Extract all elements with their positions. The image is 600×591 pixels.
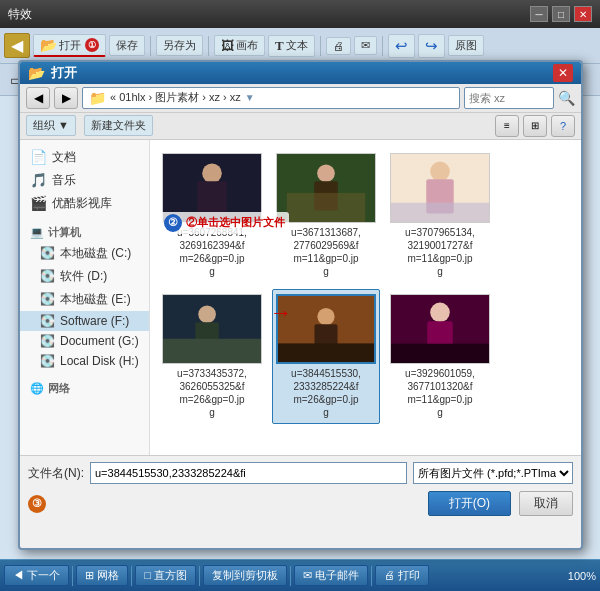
sidebar-item-youku[interactable]: 🎬 优酷影视库 bbox=[20, 192, 149, 215]
svg-point-5 bbox=[317, 164, 335, 182]
redo-button[interactable]: ↪ bbox=[418, 34, 445, 58]
taskbar-sep4 bbox=[290, 566, 291, 586]
save-button[interactable]: 保存 bbox=[109, 35, 145, 56]
print-button[interactable]: 🖨 bbox=[326, 37, 351, 55]
close-button[interactable]: ✕ bbox=[574, 6, 592, 22]
zoom-label: 100% bbox=[568, 570, 596, 582]
view-grid-button[interactable]: ⊞ bbox=[523, 115, 547, 137]
dialog-title-text: 📂 打开 bbox=[28, 64, 77, 82]
nav-forward-button[interactable]: ▶ bbox=[54, 87, 78, 109]
disk-c-icon: 💽 bbox=[40, 246, 55, 260]
sidebar-label: 软件 (D:) bbox=[60, 268, 107, 285]
new-folder-button[interactable]: 新建文件夹 bbox=[84, 115, 153, 136]
open-button[interactable]: 📂 打开 ① bbox=[33, 34, 106, 57]
sidebar-item-h[interactable]: 💽 Local Disk (H:) bbox=[20, 351, 149, 371]
photo-svg-6 bbox=[391, 294, 489, 364]
dialog-close-button[interactable]: ✕ bbox=[553, 64, 573, 82]
filename-input[interactable] bbox=[90, 462, 407, 484]
dialog-title-bar: 📂 打开 ✕ bbox=[20, 62, 581, 84]
network-group: 🌐 网络 bbox=[20, 377, 149, 398]
photo-svg-5 bbox=[278, 294, 374, 364]
taskbar: ◀ 下一个 ⊞ 网格 □ 直方图 复制到剪切板 ✉ 电子邮件 🖨 打印 100% bbox=[0, 559, 600, 591]
file-item-6[interactable]: u=3929601059,3677101320&fm=11&gp=0.jpg bbox=[386, 289, 494, 424]
dialog-body: 📄 文档 🎵 音乐 🎬 优酷影视库 💻 计算机 bbox=[20, 140, 581, 455]
undo-button[interactable]: ↩ bbox=[388, 34, 415, 58]
open-badge: ① bbox=[85, 38, 99, 52]
taskbar-sep2 bbox=[131, 566, 132, 586]
disk-d-icon: 💽 bbox=[40, 269, 55, 283]
taskbar-histogram-button[interactable]: □ 直方图 bbox=[135, 565, 196, 586]
sidebar-item-e[interactable]: 💽 本地磁盘 (E:) bbox=[20, 288, 149, 311]
file-item-4[interactable]: u=3733435372,3626055325&fm=26&gp=0.jpg bbox=[158, 289, 266, 424]
disk-e-icon: 💽 bbox=[40, 292, 55, 306]
file-item-5[interactable]: u=3844515530,2333285224&fm=26&gp=0.jpg bbox=[272, 289, 380, 424]
taskbar-email-button[interactable]: ✉ 电子邮件 bbox=[294, 565, 368, 586]
svg-rect-25 bbox=[391, 343, 489, 363]
taskbar-copy-button[interactable]: 复制到剪切板 bbox=[203, 565, 287, 586]
address-dropdown-icon[interactable]: ▼ bbox=[245, 92, 255, 103]
taskbar-sep5 bbox=[371, 566, 372, 586]
cancel-button[interactable]: 取消 bbox=[519, 491, 573, 516]
title-bar-left: 特效 bbox=[8, 6, 32, 23]
file-thumb-6 bbox=[390, 294, 490, 364]
sidebar-label: Local Disk (H:) bbox=[60, 354, 139, 368]
app-window: 特效 ─ □ ✕ ◀ 📂 打开 ① 保存 另存为 🖼 画布 T 文本 bbox=[0, 0, 600, 591]
sidebar-item-label: 优酷影视库 bbox=[52, 195, 112, 212]
original-button[interactable]: 原图 bbox=[448, 35, 484, 56]
svg-rect-11 bbox=[391, 202, 489, 222]
view-list-button[interactable]: ≡ bbox=[495, 115, 519, 137]
title-bar-controls: ─ □ ✕ bbox=[530, 6, 592, 22]
taskbar-grid-button[interactable]: ⊞ 网格 bbox=[76, 565, 128, 586]
taskbar-sep3 bbox=[199, 566, 200, 586]
nav-back-button[interactable]: ◀ bbox=[26, 87, 50, 109]
dialog-footer: 文件名(N): 所有图片文件 (*.pfd;*.PTImag... ③ 打开(O… bbox=[20, 455, 581, 522]
minimize-button[interactable]: ─ bbox=[530, 6, 548, 22]
svg-rect-15 bbox=[163, 338, 261, 363]
sidebar-item-music[interactable]: 🎵 音乐 bbox=[20, 169, 149, 192]
svg-point-13 bbox=[198, 305, 216, 323]
photo-svg-3 bbox=[391, 153, 489, 223]
draw-button[interactable]: 🖼 画布 bbox=[214, 35, 265, 56]
taskbar-prev-button[interactable]: ◀ 下一个 bbox=[4, 565, 69, 586]
svg-rect-7 bbox=[287, 192, 365, 221]
step3-area: ③ bbox=[28, 491, 46, 516]
sidebar-item-c[interactable]: 💽 本地磁盘 (C:) bbox=[20, 242, 149, 265]
disk-h-icon: 💽 bbox=[40, 354, 55, 368]
open-button[interactable]: 打开(O) bbox=[428, 491, 511, 516]
back-button[interactable]: ◀ bbox=[4, 33, 30, 58]
sidebar-item-f[interactable]: 💽 Software (F:) bbox=[20, 311, 149, 331]
taskbar-sep1 bbox=[72, 566, 73, 586]
photo-svg-4 bbox=[163, 294, 261, 364]
saveas-button[interactable]: 另存为 bbox=[156, 35, 203, 56]
address-bar[interactable]: 📁 « 01hlx › 图片素材 › xz › xz ▼ bbox=[82, 87, 460, 109]
sidebar-item-d[interactable]: 💽 软件 (D:) bbox=[20, 265, 149, 288]
search-input[interactable] bbox=[464, 87, 554, 109]
svg-point-23 bbox=[430, 302, 450, 322]
photo-svg-2 bbox=[277, 153, 375, 223]
toolbar-sep3 bbox=[320, 36, 321, 56]
taskbar-print-button[interactable]: 🖨 打印 bbox=[375, 565, 429, 586]
filetype-select[interactable]: 所有图片文件 (*.pfd;*.PTImag... bbox=[413, 462, 573, 484]
svg-point-1 bbox=[202, 163, 222, 183]
maximize-button[interactable]: □ bbox=[552, 6, 570, 22]
title-bar: 特效 ─ □ ✕ bbox=[0, 0, 600, 28]
dialog-toolbar: ◀ ▶ 📁 « 01hlx › 图片素材 › xz › xz ▼ 🔍 bbox=[20, 84, 581, 113]
app-title: 特效 bbox=[8, 6, 32, 23]
music-icon: 🎵 bbox=[30, 172, 47, 188]
sidebar-item-documents[interactable]: 📄 文档 bbox=[20, 146, 149, 169]
search-icon[interactable]: 🔍 bbox=[558, 90, 575, 106]
file-area: ② ②单击选中图片文件 → bbox=[150, 140, 581, 455]
text-button[interactable]: T 文本 bbox=[268, 35, 315, 57]
sidebar-item-g[interactable]: 💽 Document (G:) bbox=[20, 331, 149, 351]
toolbar-sep2 bbox=[208, 36, 209, 56]
file-item-3[interactable]: u=3707965134,3219001727&fm=11&gp=0.jpg bbox=[386, 148, 494, 283]
svg-rect-2 bbox=[197, 181, 226, 215]
footer-buttons: ③ 打开(O) 取消 bbox=[28, 489, 573, 516]
view-help-button[interactable]: ? bbox=[551, 115, 575, 137]
toolbar-sep1 bbox=[150, 36, 151, 56]
video-icon: 🎬 bbox=[30, 195, 47, 211]
filename-label: 文件名(N): bbox=[28, 465, 84, 482]
organize-button[interactable]: 组织 ▼ bbox=[26, 115, 76, 136]
email-button[interactable]: ✉ bbox=[354, 36, 377, 55]
svg-point-9 bbox=[430, 161, 450, 181]
